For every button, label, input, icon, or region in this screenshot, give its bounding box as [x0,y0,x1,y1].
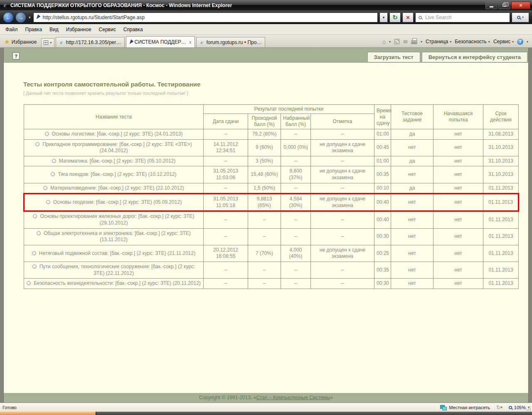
cell-task: нет [391,211,433,228]
table-row: Математика: [бак.-сокр.] (2 курс: ЗТЕ) (… [24,156,519,166]
home-dropdown[interactable]: ▾ [389,40,391,44]
web-page: ? Загрузить тест Вернуться к интерфейсу … [3,48,529,403]
test-select-radio[interactable] [43,186,47,190]
cell-attempt: нет [433,245,483,262]
test-select-radio[interactable] [32,264,37,269]
cell-name: Безопасность жизнедеятельности: [бак.-со… [24,279,204,289]
cell-task: нет [391,245,433,262]
page-menu-button[interactable]: Страница ▾ [426,39,451,44]
cell-time: 00:30 [374,228,391,245]
url-field[interactable] [33,12,378,22]
cell-task: нет [391,194,433,211]
protected-mode-icon[interactable]: ↻ [496,404,501,410]
cell-expiry: 31.10.2013 [483,166,519,183]
restore-button[interactable] [498,2,510,9]
menu-file[interactable]: Файл [2,25,22,34]
test-select-radio[interactable] [32,251,36,255]
cell-mark: не допущен к сдаче экзамена [311,194,374,211]
test-select-radio[interactable] [33,214,37,218]
tab-active-system[interactable]: СИСТЕМА ПОДДЕРЖКИ ... x [126,36,195,47]
close-button[interactable]: × [511,2,530,9]
cell-attempt: нет [433,262,483,278]
forward-button[interactable]: → [15,12,26,23]
cell-expiry: 01.11.2013 [483,183,519,194]
favorites-button[interactable]: ★ Избранное [1,37,40,47]
back-button[interactable]: ← [3,12,14,23]
tab-login-page[interactable]: e http://172.16.3.205/perl/logi... [56,37,125,47]
minimize-icon [490,6,493,7]
menu-edit[interactable]: Правка [22,25,46,34]
quick-tabs-dropdown[interactable]: ▾ [50,41,52,44]
page-favicon-icon [35,15,40,20]
rss-feed-icon[interactable] [394,39,400,44]
menu-view[interactable]: Вид [46,25,62,34]
test-select-radio[interactable] [46,200,50,204]
help-icon[interactable]: ? [517,39,523,45]
status-divider [437,404,437,411]
tools-menu-button[interactable]: Сервис ▾ [493,39,514,44]
table-row: Пути сообщения, технологические сооружен… [24,262,519,278]
load-test-button[interactable]: Загрузить тест [367,52,420,62]
search-input[interactable] [424,14,507,21]
print-dropdown[interactable]: ▾ [421,40,422,44]
refresh-button[interactable]: ↻ [389,12,401,22]
read-mail-icon[interactable]: ✉ [403,39,408,45]
home-icon[interactable]: ⌂ [382,38,386,45]
col-header-mark: Отметка [311,114,374,129]
cell-scored: 4,584 (30%) [281,194,311,211]
test-select-radio[interactable] [51,172,55,176]
recent-pages-dropdown[interactable]: ▾ [28,15,32,20]
url-history-dropdown[interactable]: ▾ [379,12,388,22]
page-subtitle: [ Данный тип теста позволяет хранить рез… [23,91,528,96]
cell-mark: – [311,156,374,166]
cell-attempt: нет [433,211,483,228]
print-icon[interactable] [411,40,417,44]
tab-close-icon[interactable]: x [189,40,192,44]
menu-favorites[interactable]: Избранное [62,25,95,34]
stop-button[interactable]: × [402,12,414,22]
cell-attempt: нет [433,166,483,183]
return-to-student-interface-button[interactable]: Вернуться к интерфейсу студента [422,52,527,62]
test-select-radio[interactable] [35,142,39,146]
help-dropdown[interactable]: ▾ [527,40,528,44]
test-select-radio[interactable] [37,231,41,235]
col-header-expiry: Срок действия [483,105,519,129]
resize-grip[interactable] [526,406,531,411]
tests-table: Название теста Результат последней попыт… [23,104,519,289]
search-go-button[interactable]: ▾ [512,12,529,22]
url-input[interactable] [42,14,375,21]
table-row: Общая электротехника и электроника: [бак… [24,228,519,245]
safety-menu-button[interactable]: Безопасность ▾ [455,39,490,44]
test-select-radio[interactable] [45,132,49,136]
company-link[interactable]: Стэл – Компьютерные Системы [256,395,330,400]
menu-help[interactable]: Справка [120,25,147,34]
status-text: Готово [2,405,434,410]
page-help-button[interactable]: ? [12,52,20,59]
protected-mode-dropdown[interactable]: ▾ [501,405,502,409]
cell-attempt: нет [433,156,483,166]
col-header-time: Время на сдачу [374,105,391,129]
cell-name: Основы геодезии: [бак.-сокр.] (2 курс: З… [24,194,204,211]
cell-attempt: нет [433,279,483,289]
cell-task: нет [391,166,433,183]
cell-expiry: 31.10.2013 [483,139,519,156]
cell-scored: – [281,129,311,140]
cell-pass: 15,48 (60%) [248,166,281,183]
cell-expiry: 01.11.2013 [483,194,519,211]
cell-time: 01:00 [374,129,391,140]
ie-favicon-icon: e [200,40,204,46]
command-bar: ⌂ ▾ ✉ ▾ Страница ▾ Безопасность ▾ Сервис… [380,38,531,47]
cell-name: Тяга поездов: [бак.-сокр.] (2 курс: ЗТЕ)… [24,166,204,183]
cell-time: 00:40 [374,194,391,211]
cell-mark: – [311,211,374,228]
test-select-radio[interactable] [52,159,56,163]
search-box[interactable] [415,12,510,22]
test-select-radio[interactable] [27,281,31,285]
page-frame: ? Загрузить тест Вернуться к интерфейсу … [0,48,532,403]
tab-forum[interactable]: e forum.rgotups.ru • Просмот... [196,37,265,47]
menu-tools[interactable]: Сервис [95,25,120,34]
search-options-dropdown[interactable]: ▾ [522,15,524,19]
minimize-button[interactable] [485,2,498,9]
quick-tabs-button[interactable]: ▾ [41,38,54,47]
cell-date: – [204,279,248,289]
